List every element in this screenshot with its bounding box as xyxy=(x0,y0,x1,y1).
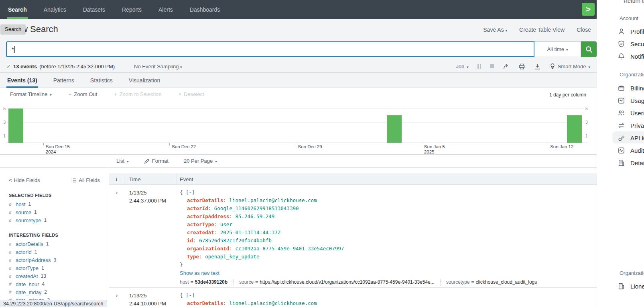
nav-alerts[interactable]: Alerts xyxy=(158,0,174,19)
x-axis-line xyxy=(6,143,588,143)
menu-item-notifications[interactable]: Notifications xyxy=(618,51,644,61)
menu-item-usage[interactable]: Usage xyxy=(618,96,644,105)
swap-arrows-icon xyxy=(618,122,625,129)
download-icon xyxy=(534,63,541,70)
json-value[interactable]: 2025-01-13T14:44:37Z xyxy=(220,229,281,235)
nav-dashboards[interactable]: Dashboards xyxy=(189,0,221,19)
menu-item-profile[interactable]: Profile xyxy=(618,27,644,36)
timeline-bar[interactable] xyxy=(387,115,402,143)
nav-search[interactable]: Search xyxy=(7,0,28,19)
nav-analytics[interactable]: Analytics xyxy=(43,0,67,19)
column-scale-note: 1 day per column xyxy=(549,92,586,98)
timeline-bar[interactable] xyxy=(567,115,582,143)
zoom-to-selection-button[interactable]: Zoom to Selection xyxy=(114,91,161,97)
caret-down-icon xyxy=(506,27,508,33)
menu-item-private[interactable]: Private xyxy=(618,121,644,130)
show-raw-text-link[interactable]: Show as raw text xyxy=(180,270,597,276)
menu-item-billing[interactable]: Billing xyxy=(618,83,644,93)
caret-down-icon xyxy=(467,63,469,70)
json-value[interactable]: 678526d582c1f20fac4babfb xyxy=(199,237,272,244)
settings-panel: Return to Account Profile Security Notif… xyxy=(597,0,644,307)
gridline xyxy=(7,122,584,123)
text-cursor xyxy=(14,46,15,53)
browser-status-bar: 34.29.223.20:8000/en-US/app/search/searc… xyxy=(0,300,107,307)
y-axis-label: 3 xyxy=(585,120,591,125)
menu-item-details[interactable]: Details xyxy=(618,158,644,168)
json-value[interactable]: Google_114602629918513043390 xyxy=(214,205,299,211)
stop-button[interactable] xyxy=(490,64,494,68)
nav-reports[interactable]: Reports xyxy=(121,0,142,19)
json-value[interactable]: lionel.palacin@clickhouse.com xyxy=(229,197,317,203)
job-menu[interactable]: Job xyxy=(456,63,469,70)
menu-item-users[interactable]: Users xyxy=(618,108,644,118)
print-button[interactable] xyxy=(518,63,525,70)
expand-event-button[interactable] xyxy=(109,185,124,287)
x-axis-tick xyxy=(548,143,548,145)
lightbulb-icon xyxy=(550,63,555,70)
list-view-dropdown[interactable]: List xyxy=(116,158,129,164)
all-fields-button[interactable]: All Fields xyxy=(71,177,100,183)
per-page-dropdown[interactable]: 20 Per Page xyxy=(184,158,217,164)
search-mode-dropdown[interactable]: Smart Mode xyxy=(550,63,590,70)
collapse-json-toggle[interactable]: [-] xyxy=(186,189,195,195)
tab-patterns[interactable]: Patterns xyxy=(53,73,75,88)
return-to-link[interactable]: Return to xyxy=(624,0,644,4)
y-axis-label: 5 xyxy=(585,106,591,111)
search-button[interactable] xyxy=(581,41,597,57)
json-value[interactable]: 85.246.59.249 xyxy=(235,213,274,219)
menu-item-audit[interactable]: Audit xyxy=(618,145,644,155)
menu-item-api-keys[interactable]: API keys xyxy=(618,133,644,143)
create-table-view-button[interactable]: Create Table View xyxy=(519,27,565,33)
meta-source[interactable]: source=https://api.clickhouse.cloud/v1/o… xyxy=(233,279,440,285)
field-item-host[interactable]: ahost1 xyxy=(9,200,109,208)
search-input[interactable]: * xyxy=(6,41,534,57)
export-button[interactable] xyxy=(534,63,541,70)
hide-fields-button[interactable]: Hide Fields xyxy=(9,177,40,183)
splunk-window: Search Analytics Datasets Reports Alerts… xyxy=(0,0,597,307)
field-item-sourcetype[interactable]: asourcetype1 xyxy=(9,216,109,224)
save-as-button[interactable]: Save As xyxy=(483,27,507,33)
field-item-date_mday[interactable]: #date_mday2 xyxy=(9,288,109,296)
field-item-source[interactable]: asource1 xyxy=(9,208,109,216)
format-timeline-dropdown[interactable]: Format Timeline xyxy=(10,91,52,97)
field-item-actorIpAddress[interactable]: aactorIpAddress3 xyxy=(9,256,109,264)
menu-item-security[interactable]: Security xyxy=(618,39,644,49)
interesting-fields-header: INTERESTING FIELDS xyxy=(9,233,109,237)
splunk-logo[interactable]: > xyxy=(582,3,595,16)
collapse-json-toggle[interactable]: [-] xyxy=(186,292,195,298)
plus-icon xyxy=(114,91,117,97)
users-icon xyxy=(618,109,625,117)
deselect-button[interactable]: Deselect xyxy=(179,91,204,97)
json-value[interactable]: user xyxy=(220,221,232,227)
building-icon xyxy=(618,282,625,290)
meta-host[interactable]: host=53de4339120b xyxy=(180,279,233,285)
tab-statistics[interactable]: Statistics xyxy=(89,73,114,88)
time-range-picker[interactable]: All time xyxy=(534,41,581,57)
field-item-createdAt[interactable]: acreatedAt13 xyxy=(9,272,109,280)
share-button[interactable] xyxy=(503,63,510,70)
pause-button[interactable] xyxy=(477,64,481,69)
field-item-actorDetails[interactable]: aactorDetails1 xyxy=(9,240,109,248)
format-results-button[interactable]: Format xyxy=(144,158,169,164)
json-value[interactable]: cc1092aa-8775-459e-9401-33e54ec07997 xyxy=(235,246,344,252)
timeline-bar[interactable] xyxy=(8,108,23,143)
selected-fields-header: SELECTED FIELDS xyxy=(9,193,109,198)
results-tabs: Events (13) Patterns Statistics Visualiz… xyxy=(0,73,597,88)
events-count-detail: (before 1/13/25 2:45:32.000 PM) xyxy=(39,63,115,70)
field-item-actorId[interactable]: aactorId1 xyxy=(9,248,109,256)
tab-visualization[interactable]: Visualization xyxy=(128,73,161,88)
menu-item-organization-name[interactable]: Lionel xyxy=(618,281,644,291)
close-button[interactable]: Close xyxy=(577,27,591,33)
shield-check-icon xyxy=(618,40,625,48)
nav-datasets[interactable]: Datasets xyxy=(82,0,106,19)
json-value[interactable]: lionel.palacin@clickhouse.com xyxy=(229,300,317,306)
meta-sourcetype[interactable]: sourcetype=clickhouse_cloud_audit_logs xyxy=(440,279,543,285)
field-item-actorType[interactable]: aactorType1 xyxy=(9,264,109,272)
zoom-out-button[interactable]: Zoom Out xyxy=(69,91,97,97)
event-sampling-dropdown[interactable]: No Event Sampling xyxy=(134,63,182,70)
expand-event-button[interactable] xyxy=(109,288,124,307)
tab-events[interactable]: Events (13) xyxy=(6,73,38,88)
json-value[interactable]: openapi_key_update xyxy=(205,254,259,260)
field-item-date_hour[interactable]: #date_hour4 xyxy=(9,280,109,288)
x-axis-tick xyxy=(43,143,44,145)
